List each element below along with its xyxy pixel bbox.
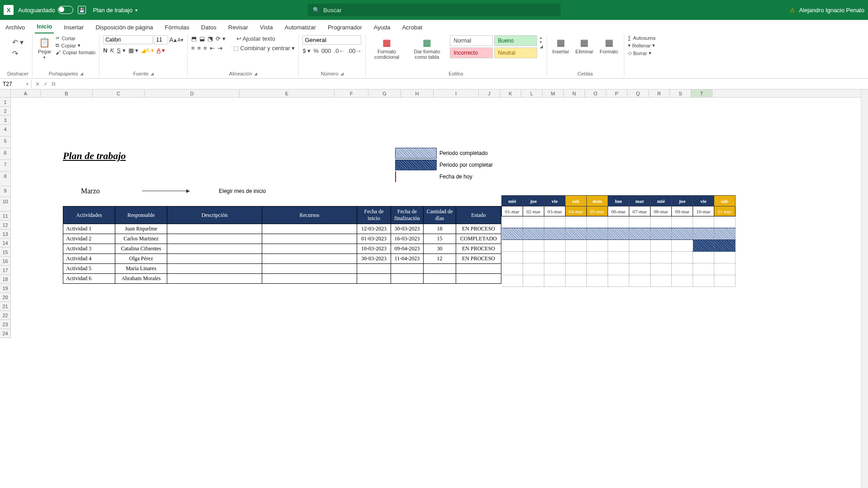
cell-estado[interactable]	[456, 264, 501, 274]
row-header-23[interactable]: 23	[0, 320, 11, 329]
number-format-select[interactable]	[302, 35, 361, 45]
gantt-cell[interactable]	[693, 240, 714, 252]
cell-fecha-fin[interactable]: 16-03-2023	[391, 234, 424, 244]
cell-fecha-fin[interactable]	[391, 264, 424, 274]
tab-automatizar[interactable]: Automatizar	[283, 22, 318, 33]
cell-recursos[interactable]	[262, 224, 357, 234]
decrease-font-button[interactable]: A▾	[178, 37, 184, 43]
row-header-1[interactable]: 1	[0, 98, 11, 107]
gantt-cell[interactable]	[714, 228, 736, 240]
gantt-cell[interactable]	[566, 228, 587, 240]
col-header-E[interactable]: E	[240, 89, 335, 97]
row-header-4[interactable]: 4	[0, 125, 11, 136]
style-normal[interactable]: Normal	[450, 35, 493, 46]
increase-decimal-button[interactable]: .0←	[334, 47, 345, 54]
gantt-cell[interactable]	[629, 252, 651, 263]
gantt-cell[interactable]	[672, 263, 693, 275]
format-as-table-button[interactable]: ▦Dar formato como tabla	[407, 35, 447, 61]
row-header-16[interactable]: 16	[0, 257, 11, 266]
cell-styles-gallery[interactable]: Normal Bueno Incorrecto Neutral	[450, 35, 537, 58]
gantt-cell[interactable]	[608, 263, 629, 275]
table-row[interactable]: Actividad 6Abraham Morales	[63, 274, 501, 284]
cell-dias[interactable]: 30	[424, 244, 456, 254]
col-header-L[interactable]: L	[521, 89, 542, 97]
cell-actividad[interactable]: Actividad 1	[63, 224, 115, 234]
gantt-cell[interactable]	[672, 216, 693, 228]
gantt-cell[interactable]	[502, 228, 523, 240]
gantt-cell[interactable]	[651, 240, 672, 252]
gantt-cell[interactable]	[714, 263, 736, 275]
row-header-11[interactable]: 11	[0, 211, 11, 221]
cut-button[interactable]: ✂Cortar	[56, 35, 95, 41]
col-header-M[interactable]: M	[542, 89, 564, 97]
insert-cells-button[interactable]: ▦Insertar	[551, 35, 571, 56]
format-cells-button[interactable]: ▦Formato	[598, 35, 620, 56]
gantt-cell[interactable]	[587, 228, 608, 240]
gantt-cell[interactable]	[544, 263, 566, 275]
cell-actividad[interactable]: Actividad 3	[63, 244, 115, 254]
autosum-button[interactable]: ∑Autosuma	[628, 35, 656, 41]
cell-responsable[interactable]: Olga Pérez	[115, 254, 167, 264]
align-bottom-button[interactable]: ⬔	[208, 35, 213, 42]
row-header-5[interactable]: 5	[0, 136, 11, 148]
cell-estado[interactable]: EN PROCESO	[456, 224, 501, 234]
cell-actividad[interactable]: Actividad 5	[63, 264, 115, 274]
cell-recursos[interactable]	[262, 254, 357, 264]
gantt-cell[interactable]	[587, 240, 608, 252]
col-header-R[interactable]: R	[649, 89, 670, 97]
borders-button[interactable]: ▦ ▾	[128, 47, 139, 54]
gantt-cell[interactable]	[523, 275, 544, 287]
cell-fecha-fin[interactable]: 30-03-2023	[391, 224, 424, 234]
align-middle-button[interactable]: ⬓	[199, 35, 205, 42]
row-header-6[interactable]: 6	[0, 148, 11, 160]
undo-button[interactable]: ↶ ▾	[12, 38, 24, 47]
conditional-format-button[interactable]: ▦Formato condicional	[369, 35, 405, 61]
gantt-cell[interactable]	[651, 263, 672, 275]
gantt-cell[interactable]	[714, 252, 736, 263]
col-header-K[interactable]: K	[500, 89, 521, 97]
align-center-button[interactable]: ≡	[197, 45, 201, 52]
copy-button[interactable]: ⧉Copiar ▾	[56, 42, 95, 48]
cell-fecha-fin[interactable]: 11-04-2023	[391, 254, 424, 264]
bold-button[interactable]: N	[103, 47, 107, 54]
gantt-cell[interactable]	[693, 252, 714, 263]
accept-formula-icon[interactable]: ✓	[43, 81, 48, 87]
row-header-22[interactable]: 22	[0, 311, 11, 320]
tab-revisar[interactable]: Revisar	[226, 22, 250, 33]
document-title[interactable]: Plan de trabajo	[93, 7, 132, 14]
table-row[interactable]: Actividad 3Catalina Cifuentes10-03-20230…	[63, 244, 501, 254]
vertical-scrollbar[interactable]	[861, 89, 868, 488]
redo-button[interactable]: ↷	[12, 49, 18, 58]
search-box[interactable]: 🔍	[307, 4, 561, 16]
increase-font-button[interactable]: A▴	[169, 36, 176, 43]
gantt-cell[interactable]	[608, 216, 629, 228]
format-painter-button[interactable]: 🖌Copiar formato	[56, 50, 95, 55]
table-row[interactable]: Actividad 2Carlos Martinez01-03-202316-0…	[63, 234, 501, 244]
col-header-Q[interactable]: Q	[627, 89, 649, 97]
gantt-cell[interactable]	[608, 252, 629, 263]
tab-datos[interactable]: Datos	[199, 22, 218, 33]
cell-recursos[interactable]	[262, 234, 357, 244]
style-bad[interactable]: Incorrecto	[450, 47, 493, 58]
cell-descripcion[interactable]	[167, 254, 262, 264]
cell-descripcion[interactable]	[167, 264, 262, 274]
paste-button[interactable]: 📋 Pegar ▾	[36, 35, 53, 61]
gantt-cell[interactable]	[651, 228, 672, 240]
gantt-cell[interactable]	[587, 252, 608, 263]
user-area[interactable]: ⚠ Alejandro Ignacio Penalo	[790, 7, 864, 14]
fill-color-button[interactable]: ◢A ▾	[141, 47, 154, 54]
cell-responsable[interactable]: Juan Riquelme	[115, 224, 167, 234]
gantt-cell[interactable]	[523, 252, 544, 263]
cell-responsable[interactable]: Abraham Morales	[115, 274, 167, 284]
align-left-button[interactable]: ≡	[191, 45, 195, 52]
row-header-10[interactable]: 10	[0, 197, 11, 211]
delete-cells-button[interactable]: ▦Eliminar	[574, 35, 595, 56]
font-color-button[interactable]: A ▾	[157, 47, 165, 54]
gantt-cell[interactable]	[672, 240, 693, 252]
gantt-cell[interactable]	[587, 275, 608, 287]
col-header-H[interactable]: H	[401, 89, 434, 97]
increase-indent-button[interactable]: ⇥	[217, 45, 222, 52]
tab-vista[interactable]: Vista	[258, 22, 275, 33]
align-right-button[interactable]: ≡	[203, 45, 207, 52]
gantt-cell[interactable]	[608, 228, 629, 240]
